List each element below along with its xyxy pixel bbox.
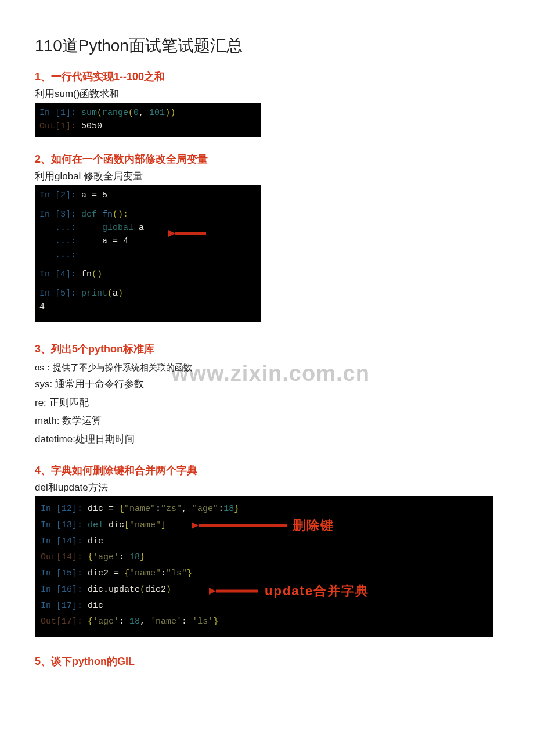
q5-heading: 5、谈下python的GIL [35, 654, 499, 668]
q3-line-datetime: datetime:处理日期时间 [35, 430, 499, 448]
code-prompt-in: In [13]: [41, 520, 88, 530]
code-paren: () [92, 269, 102, 279]
code-brace: } [187, 568, 192, 578]
code-ident: dic [88, 537, 103, 546]
code-kw-del: del [88, 520, 103, 530]
code-str: "name" [129, 568, 161, 578]
code-str: "ls" [166, 568, 187, 578]
code-brace: { [88, 552, 93, 562]
code-bracket: ] [161, 520, 166, 530]
q2-heading: 2、如何在一个函数内部修改全局变量 [35, 152, 499, 166]
q3-line-sys: sys: 通常用于命令行参数 [35, 375, 499, 393]
q3-line-re: re: 正则匹配 [35, 394, 499, 412]
code-text: dic = [88, 504, 119, 514]
code-ident: dic2 [145, 585, 166, 595]
code-ident: fn [81, 269, 92, 279]
q3-heading: 3、列出5个python标准库 [35, 342, 499, 356]
code-comma: , [182, 504, 192, 514]
code-prompt-in: In [17]: [41, 601, 88, 611]
code-prompt-in: In [16]: [41, 585, 88, 595]
code-paren: ) [165, 108, 170, 118]
code-cont: ...: [39, 250, 76, 260]
question-1: 1、一行代码实现1--100之和 利用sum()函数求和 In [1]: sum… [35, 70, 499, 137]
code-ident: fn [102, 210, 113, 219]
code-brace: { [88, 617, 93, 627]
code-prompt-out: Out[17]: [41, 617, 88, 627]
code-text: a [113, 289, 118, 298]
code-cont: ...: [39, 236, 102, 246]
code-str: 'ls' [192, 617, 213, 627]
code-num: 0 [134, 108, 139, 118]
code-prompt-out: Out[14]: [41, 552, 88, 562]
q4-code: In [12]: dic = {"name":"zs", "age":18} I… [35, 496, 493, 637]
code-paren: ( [140, 585, 145, 595]
code-prompt-out: Out[1]: [39, 121, 81, 131]
code-fn-print: print [81, 289, 107, 298]
q1-heading: 1、一行代码实现1--100之和 [35, 70, 499, 84]
code-fn-range: range [102, 108, 128, 118]
question-3: 3、列出5个python标准库 os：提供了不少与操作系统相关联的函数 sys:… [35, 342, 499, 449]
code-comma: , [140, 617, 150, 627]
code-str: 'name' [150, 617, 182, 627]
q1-note: 利用sum()函数求和 [35, 87, 499, 100]
code-cont: ...: [39, 223, 102, 233]
code-prompt-in: In [15]: [41, 568, 88, 578]
code-paren: ( [128, 108, 134, 118]
code-prompt-in: In [12]: [41, 504, 88, 514]
code-str: "age" [192, 504, 218, 514]
q1-code: In [1]: sum(range(0, 101)) Out[1]: 5050 [35, 103, 261, 137]
document-title: 110道Python面试笔试题汇总 [35, 35, 499, 57]
code-prompt-in: In [14]: [41, 537, 88, 546]
code-colon: : [218, 504, 223, 514]
code-num: 18 [129, 617, 140, 627]
annotation-update-merge: update合并字典 [265, 582, 369, 600]
code-colon: : [161, 568, 166, 578]
code-brace: } [213, 617, 218, 627]
code-paren: ( [107, 289, 113, 298]
code-ident: dic.update [88, 585, 140, 595]
code-str: "name" [129, 520, 161, 530]
code-num: 101 [149, 108, 165, 118]
code-comma: , [139, 108, 149, 118]
code-prompt-in: In [1]: [39, 108, 81, 118]
code-colon: : [182, 617, 192, 627]
q4-heading: 4、字典如何删除键和合并两个字典 [35, 463, 499, 477]
code-prompt-in: In [2]: [39, 190, 81, 200]
code-str: "name" [124, 504, 156, 514]
question-5: 5、谈下python的GIL [35, 654, 499, 668]
code-str: 'age' [93, 617, 119, 627]
code-brace: } [140, 552, 145, 562]
code-brace: { [119, 504, 124, 514]
code-ident: dic [88, 601, 103, 611]
q3-line-math: math: 数学运算 [35, 412, 499, 430]
code-kw-def: def [81, 210, 97, 219]
code-paren: (): [113, 210, 128, 219]
q2-code: In [2]: a = 5 In [3]: def fn(): ...: glo… [35, 185, 261, 322]
code-paren: ) [118, 289, 123, 298]
question-2: 2、如何在一个函数内部修改全局变量 利用global 修改全局变量 In [2]… [35, 152, 499, 322]
code-brace: } [234, 504, 239, 514]
q3-line-os: os：提供了不少与操作系统相关联的函数 [35, 359, 499, 376]
code-colon: : [156, 504, 161, 514]
code-str: "zs" [161, 504, 182, 514]
question-4: 4、字典如何删除键和合并两个字典 del和update方法 In [12]: d… [35, 463, 499, 637]
code-sp [97, 210, 102, 219]
code-prompt-in: In [4]: [39, 269, 81, 279]
code-num: 18 [129, 552, 140, 562]
code-text: a [134, 223, 144, 233]
code-fn-sum: sum [81, 108, 97, 118]
code-text: a = 4 [102, 236, 128, 246]
code-paren: ( [97, 108, 102, 118]
code-colon: : [119, 617, 129, 627]
q4-note: del和update方法 [35, 481, 499, 494]
code-bracket: [ [124, 520, 129, 530]
code-output: 4 [39, 302, 45, 312]
code-output: 5050 [81, 121, 102, 131]
code-sp [103, 520, 109, 530]
code-text: a = 5 [81, 190, 107, 200]
code-brace: { [124, 568, 129, 578]
code-paren: ) [170, 108, 175, 118]
code-text: dic2 = [88, 568, 124, 578]
code-str: 'age' [93, 552, 119, 562]
q2-note: 利用global 修改全局变量 [35, 170, 499, 183]
